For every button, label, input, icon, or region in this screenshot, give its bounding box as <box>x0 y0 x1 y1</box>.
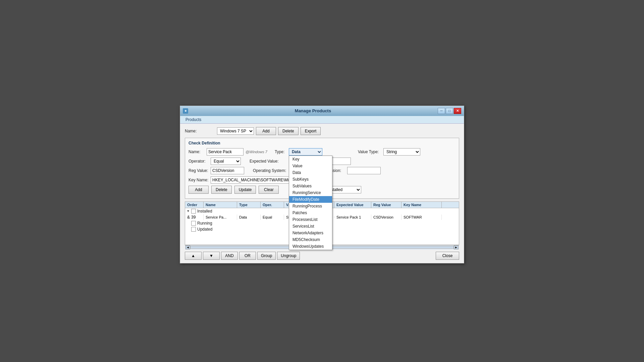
row-num: 39 <box>191 215 196 220</box>
type-label: Type: <box>275 149 287 154</box>
checkbox-updated[interactable] <box>191 227 196 232</box>
checkbox-installed[interactable] <box>191 209 196 214</box>
move-up-button[interactable]: ▲ <box>185 252 202 260</box>
scroll-right-button[interactable]: ► <box>454 245 459 249</box>
dropdown-networkadapters[interactable]: NetworkAdapters <box>289 230 332 236</box>
dropdown-filemodifydate[interactable]: FileModifyDate <box>289 196 332 203</box>
title-buttons: ─ □ ✕ <box>438 108 461 114</box>
product-name-dropdown[interactable]: Windows 7 SP 1 <box>217 127 254 135</box>
type-select[interactable]: Data <box>289 148 322 156</box>
dropdown-runningprocess[interactable]: RunningProcess <box>289 203 332 209</box>
col-regval: Reg Value <box>371 202 401 208</box>
name-label: Name: <box>185 129 215 133</box>
dropdown-value[interactable]: Value <box>289 163 332 169</box>
move-down-button[interactable]: ▼ <box>203 252 220 260</box>
maximize-button[interactable]: □ <box>446 108 453 114</box>
dropdown-subvalues[interactable]: SubValues <box>289 183 332 189</box>
value-type-label: Value Type: <box>358 149 381 154</box>
check-name-input[interactable] <box>207 148 244 156</box>
checkbox-running[interactable] <box>191 221 196 226</box>
col-expval: Expected Value <box>334 202 371 208</box>
name-row: Name: Windows 7 SP 1 Add Delete Export <box>185 127 459 135</box>
value-type-select[interactable]: String <box>383 148 420 156</box>
col-name: Name <box>204 202 237 208</box>
menu-products[interactable]: Products <box>183 117 204 123</box>
menu-bar: Products <box>180 116 464 124</box>
or-button[interactable]: OR <box>239 252 256 260</box>
operator-select[interactable]: Equal <box>211 158 241 165</box>
close-button[interactable]: Close <box>436 252 459 260</box>
dropdown-subkeys[interactable]: SubKeys <box>289 176 332 183</box>
group-button[interactable]: Group <box>257 252 276 260</box>
window-icon: ★ <box>183 108 188 114</box>
dropdown-processeslist[interactable]: ProcessesList <box>289 216 332 223</box>
dropdown-key[interactable]: Key <box>289 156 332 163</box>
col-oper: Oper. <box>261 202 284 208</box>
row-type: Data <box>237 215 261 220</box>
content-area: Name: Windows 7 SP 1 Add Delete Export C… <box>180 124 464 263</box>
running-label: Running <box>197 221 212 226</box>
dropdown-data[interactable]: Data <box>289 169 332 176</box>
scroll-left-button[interactable]: ◄ <box>185 245 190 249</box>
ungroup-button[interactable]: Ungroup <box>277 252 300 260</box>
check-clear-button[interactable]: Clear <box>259 186 279 194</box>
col-order: Order <box>185 202 204 208</box>
os-label: Operating System: <box>253 168 290 173</box>
col-keyname: Key Name <box>401 202 442 208</box>
top-add-button[interactable]: Add <box>256 127 276 135</box>
top-export-button[interactable]: Export <box>301 127 321 135</box>
title-bar: ★ Manage Products ─ □ ✕ <box>180 106 464 116</box>
col-type: Type <box>237 202 261 208</box>
close-window-button[interactable]: ✕ <box>454 108 461 114</box>
dropdown-runningservice[interactable]: RunningService <box>289 189 332 196</box>
toggle-installed[interactable]: ▼ <box>186 209 191 213</box>
row-keyname: SOFTWAR <box>401 215 442 220</box>
regex-input[interactable] <box>347 167 381 174</box>
row-name: Service Pa... <box>204 215 237 220</box>
expected-value-label: Expected Value: <box>250 159 283 164</box>
top-delete-button[interactable]: Delete <box>278 127 299 135</box>
key-name-label: Key Name: <box>189 178 209 182</box>
check-definition-section: Check Definition Name: @Windows 7 Type: … <box>185 138 459 199</box>
row-order: & 39 <box>185 214 204 220</box>
check-update-button[interactable]: Update <box>234 186 256 194</box>
check-delete-button[interactable]: Delete <box>211 186 232 194</box>
reg-value-input[interactable] <box>211 167 244 174</box>
row-regval: CSDVersion <box>371 215 401 220</box>
reg-value-label: Reg Value: <box>189 168 209 173</box>
dropdown-windowsupdates[interactable]: WindowsUpdates <box>289 243 332 250</box>
dropdown-serviceslist[interactable]: ServicesList <box>289 223 332 230</box>
toggle-running[interactable]: ▶ <box>186 221 191 225</box>
toggle-updated[interactable]: ▶ <box>186 227 191 231</box>
updated-label: Updated <box>197 227 212 232</box>
check-def-title: Check Definition <box>189 141 455 145</box>
check-add-button[interactable]: Add <box>189 186 209 194</box>
dropdown-patches[interactable]: Patches <box>289 209 332 216</box>
type-dropdown: Key Value Data SubKeys SubValues Running… <box>289 156 332 250</box>
at-windows-label: @Windows 7 <box>246 150 267 154</box>
row-amp: & <box>187 215 190 220</box>
and-button[interactable]: AND <box>221 252 238 260</box>
minimize-button[interactable]: ─ <box>438 108 445 114</box>
installed-label: Installed <box>197 209 212 214</box>
dropdown-md5checksum[interactable]: MD5Checksum <box>289 236 332 243</box>
row-expval: Service Pack 1 <box>334 215 371 220</box>
window-title: Manage Products <box>188 108 438 113</box>
manage-products-window: ★ Manage Products ─ □ ✕ Products Name: W… <box>180 106 464 263</box>
row-oper: Equal <box>261 215 284 220</box>
operator-label: Operator: <box>189 159 209 164</box>
check-name-label: Name: <box>189 149 205 154</box>
